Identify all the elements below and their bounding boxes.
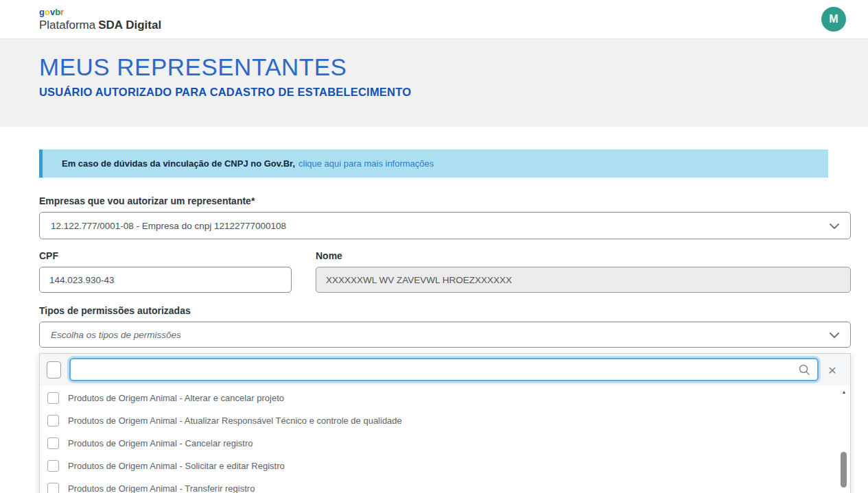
option-checkbox[interactable]: [47, 392, 59, 404]
permission-option[interactable]: Produtos de Origem Animal - Cancelar reg…: [47, 432, 836, 455]
option-checkbox[interactable]: [47, 437, 59, 449]
app-header: govbr PlataformaSDA Digital M: [0, 0, 868, 39]
page-header: MEUS REPRESENTANTES USUÁRIO AUTORIZADO P…: [0, 39, 868, 127]
permissions-search-input[interactable]: [69, 358, 819, 381]
permissions-label: Tipos de permissões autorizadas: [39, 305, 851, 316]
govbr-logo: govbr: [39, 8, 161, 16]
user-avatar[interactable]: M: [821, 7, 846, 32]
company-label: Empresas que vou autorizar um representa…: [39, 195, 851, 206]
permission-option[interactable]: Produtos de Origem Animal - Alterar e ca…: [47, 387, 836, 409]
chevron-down-icon: [830, 221, 839, 231]
info-banner: Em caso de dúvidas da vinculação de CNPJ…: [39, 149, 828, 178]
cpf-field: CPF: [39, 250, 292, 293]
option-checkbox[interactable]: [47, 460, 59, 472]
permissions-field: Tipos de permissões autorizadas Escolha …: [39, 305, 851, 493]
option-label: Produtos de Origem Animal - Atualizar Re…: [68, 416, 402, 426]
platform-prefix: Plataforma: [39, 19, 95, 32]
info-banner-link[interactable]: clique aqui para mais informações: [298, 158, 434, 169]
permission-option[interactable]: Produtos de Origem Animal - Solicitar e …: [47, 455, 836, 477]
nome-input: [316, 267, 851, 293]
nome-label: Nome: [316, 250, 851, 261]
govbr-logo-letter: g: [39, 7, 45, 17]
dropdown-search-row: ×: [40, 354, 850, 385]
main-content: Em caso de dúvidas da vinculação de CNPJ…: [0, 149, 868, 493]
option-label: Produtos de Origem Animal - Cancelar reg…: [68, 438, 253, 448]
permission-option[interactable]: Produtos de Origem Animal - Transferir r…: [47, 477, 836, 493]
option-label: Produtos de Origem Animal - Alterar e ca…: [68, 393, 284, 403]
govbr-logo-letter: o: [45, 7, 50, 17]
company-field: Empresas que vou autorizar um representa…: [39, 195, 851, 239]
govbr-logo-letter: r: [60, 7, 64, 17]
close-icon[interactable]: ×: [827, 363, 842, 377]
page-subtitle: USUÁRIO AUTORIZADO PARA CADASTRO DE ESTA…: [39, 86, 829, 99]
platform-title: PlataformaSDA Digital: [39, 19, 161, 32]
cpf-input[interactable]: [39, 267, 292, 293]
option-label: Produtos de Origem Animal - Transferir r…: [68, 483, 255, 493]
company-select-value: 12.122.777/0001-08 - Empresa do cnpj 121…: [51, 221, 286, 231]
govbr-logo-letter: b: [55, 7, 60, 17]
cpf-label: CPF: [39, 250, 292, 261]
option-checkbox[interactable]: [47, 483, 59, 493]
page-title: MEUS REPRESENTANTES: [39, 53, 829, 81]
permissions-options: Produtos de Origem Animal - Alterar e ca…: [40, 385, 850, 493]
permissions-dropdown: × Produtos de Origem Animal - Alterar e …: [39, 353, 851, 493]
select-all-checkbox[interactable]: [47, 361, 61, 378]
info-banner-text: Em caso de dúvidas da vinculação de CNPJ…: [62, 158, 295, 169]
permissions-select-placeholder: Escolha os tipos de permissões: [51, 330, 181, 340]
search-wrap: [69, 358, 819, 381]
scrollbar-thumb[interactable]: [841, 452, 847, 488]
scroll-up-icon[interactable]: ▲: [839, 389, 849, 396]
cpf-nome-row: CPF Nome: [39, 250, 851, 293]
platform-name: SDA Digital: [98, 19, 161, 32]
permission-option[interactable]: Produtos de Origem Animal - Atualizar Re…: [47, 409, 836, 432]
permissions-select[interactable]: Escolha os tipos de permissões: [39, 322, 851, 348]
option-label: Produtos de Origem Animal - Solicitar e …: [68, 461, 285, 471]
nome-field: Nome: [316, 250, 851, 293]
option-checkbox[interactable]: [47, 415, 59, 426]
header-branding: govbr PlataformaSDA Digital: [39, 6, 161, 32]
chevron-down-icon: [830, 330, 839, 340]
dropdown-scrollbar[interactable]: ▲ ▼: [839, 385, 849, 493]
company-select[interactable]: 12.122.777/0001-08 - Empresa do cnpj 121…: [39, 212, 851, 239]
